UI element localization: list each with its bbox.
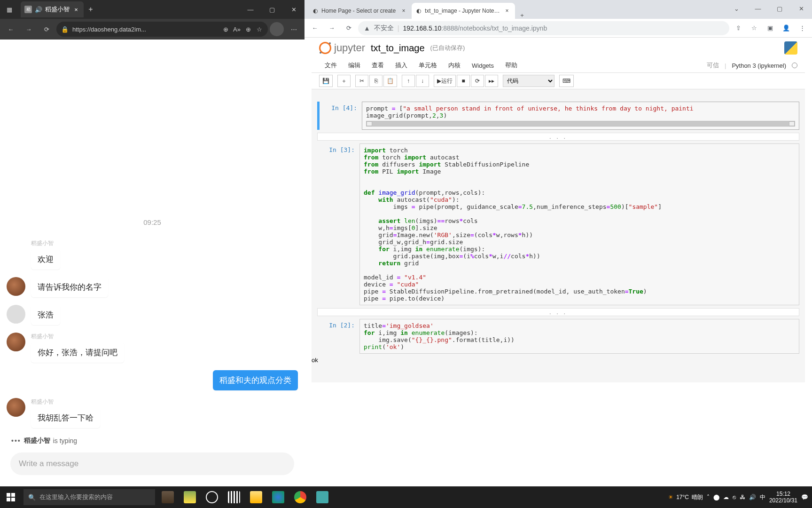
cell-type-select[interactable]: 代码 bbox=[503, 75, 554, 87]
profile-button[interactable]: 👤 bbox=[779, 21, 793, 35]
insecure-icon[interactable]: ▲ bbox=[364, 24, 370, 32]
task-view-icon[interactable] bbox=[223, 486, 245, 508]
close-tab-icon[interactable]: × bbox=[504, 8, 510, 14]
code-cell[interactable]: In [2]: title='img_goldsea' for i,img in… bbox=[317, 319, 799, 354]
menu-file[interactable]: 文件 bbox=[319, 59, 343, 71]
back-button[interactable]: ← bbox=[307, 21, 322, 36]
taskbar-app-icon[interactable] bbox=[312, 486, 333, 508]
menu-insert[interactable]: 插入 bbox=[390, 59, 413, 71]
close-tab-icon[interactable]: × bbox=[72, 6, 80, 13]
sound-icon[interactable]: 🔊 bbox=[35, 6, 42, 13]
address-bar[interactable]: ▲ 不安全 | 192.168.5.10:8888/notebooks/txt_… bbox=[358, 21, 729, 35]
taskbar-search[interactable]: 🔍 在这里输入你要搜索的内容 bbox=[23, 489, 155, 505]
file-explorer-icon[interactable] bbox=[245, 486, 267, 508]
close-window-button[interactable]: ✕ bbox=[790, 0, 812, 17]
jupyter-notebook[interactable]: jupyter txt_to_image (已自动保存) 文件 编辑 查看 插入… bbox=[304, 38, 812, 486]
copy-button[interactable]: ⎘ bbox=[369, 75, 383, 87]
maximize-button[interactable]: ▢ bbox=[261, 0, 283, 19]
tab-search-button[interactable]: ⌄ bbox=[726, 0, 747, 17]
menu-cell[interactable]: 单元格 bbox=[413, 59, 443, 71]
minimize-button[interactable]: — bbox=[747, 0, 769, 17]
jupyter-logo[interactable]: jupyter bbox=[319, 42, 365, 54]
menu-view[interactable]: 查看 bbox=[366, 59, 390, 71]
code-cell[interactable]: In [4]: prompt = ["a small person stand … bbox=[317, 102, 799, 130]
address-bar[interactable]: 🔒 https://daosheng.data2im... ⊕ A» ⊕ ☆ bbox=[56, 22, 268, 37]
horizontal-scrollbar[interactable] bbox=[366, 121, 795, 127]
clock[interactable]: 15:12 2022/10/31 bbox=[769, 491, 797, 504]
code-cell[interactable]: In [3]: import torch from torch import a… bbox=[317, 143, 799, 305]
restart-button[interactable]: ⟳ bbox=[471, 75, 484, 87]
edge-icon[interactable] bbox=[267, 486, 289, 508]
restart-run-all-button[interactable]: ▸▸ bbox=[485, 75, 498, 87]
bot-avatar bbox=[7, 398, 25, 417]
save-button[interactable]: 💾 bbox=[319, 75, 333, 87]
tray-chevron-icon[interactable]: ˄ bbox=[707, 494, 710, 500]
menu-edit[interactable]: 编辑 bbox=[343, 59, 366, 71]
back-button[interactable]: ← bbox=[3, 21, 19, 37]
start-button[interactable] bbox=[0, 486, 22, 508]
cortana-icon[interactable] bbox=[201, 486, 223, 508]
new-tab-button[interactable]: + bbox=[515, 12, 529, 19]
ime-indicator[interactable]: 中 bbox=[760, 493, 765, 501]
edge-tab-active[interactable]: 稻 🔊 稻盛小智 × bbox=[21, 1, 84, 17]
add-cell-button[interactable]: ＋ bbox=[337, 75, 351, 87]
menu-help[interactable]: 帮助 bbox=[500, 59, 523, 71]
command-palette-button[interactable]: ⌨ bbox=[559, 75, 574, 87]
favorite-icon[interactable]: ☆ bbox=[256, 26, 263, 33]
chrome-tab-active[interactable]: ◐ txt_to_image - Jupyter Notebo × bbox=[412, 3, 515, 19]
close-window-button[interactable]: ✕ bbox=[283, 0, 304, 19]
chat-input[interactable] bbox=[19, 459, 286, 468]
bookmark-button[interactable]: ☆ bbox=[747, 21, 761, 35]
more-menu-button[interactable]: ⋯ bbox=[286, 21, 302, 37]
sender-name: 稻盛小智 bbox=[31, 398, 100, 406]
message-row: 稻盛小智 你好，张浩，请提问吧 bbox=[7, 333, 298, 363]
close-tab-icon[interactable]: × bbox=[400, 8, 407, 14]
new-tab-button[interactable]: + bbox=[84, 5, 98, 14]
sender-name: 稻盛小智 bbox=[31, 333, 124, 341]
minimize-button[interactable]: — bbox=[240, 0, 261, 19]
run-button[interactable]: ▶ 运行 bbox=[434, 75, 456, 87]
more-menu-button[interactable]: ⋮ bbox=[795, 21, 809, 35]
extensions-button[interactable]: ▣ bbox=[763, 21, 777, 35]
menu-kernel[interactable]: 内核 bbox=[443, 59, 466, 71]
network-icon[interactable]: 🖧 bbox=[740, 494, 745, 500]
forward-button[interactable]: → bbox=[21, 21, 37, 37]
read-aloud-icon[interactable]: A» bbox=[233, 26, 241, 33]
trusted-label[interactable]: 可信 bbox=[707, 61, 719, 70]
chrome-icon[interactable] bbox=[289, 486, 311, 508]
site-info-icon[interactable]: 🔒 bbox=[61, 26, 69, 33]
move-down-button[interactable]: ↓ bbox=[416, 75, 429, 87]
collapsed-output[interactable]: . . . bbox=[317, 308, 799, 316]
reload-button[interactable]: ⟳ bbox=[341, 21, 356, 36]
cut-button[interactable]: ✂ bbox=[355, 75, 368, 87]
cell-input[interactable]: prompt = ["a small person stand in front… bbox=[362, 102, 799, 130]
share-button[interactable]: ⇧ bbox=[731, 21, 745, 35]
notifications-icon[interactable]: 💬 bbox=[801, 494, 808, 500]
taskbar-app-icon[interactable] bbox=[179, 486, 201, 508]
notebook-name[interactable]: txt_to_image bbox=[371, 43, 425, 54]
zoom-icon[interactable]: ⊕ bbox=[244, 26, 252, 33]
maximize-button[interactable]: ▢ bbox=[769, 0, 790, 17]
move-up-button[interactable]: ↑ bbox=[402, 75, 415, 87]
weather-widget[interactable]: ☀ 17°C 晴朗 bbox=[668, 493, 703, 501]
reload-button[interactable]: ⟳ bbox=[39, 21, 55, 37]
paste-button[interactable]: 📋 bbox=[383, 75, 397, 87]
chat-area: 09:25 稻盛小智 欢迎 请告诉我你的名字 张浩 bbox=[0, 40, 304, 486]
sun-icon: ☀ bbox=[668, 494, 673, 500]
profile-button[interactable] bbox=[270, 22, 284, 36]
volume-icon[interactable]: 🔊 bbox=[749, 494, 756, 500]
collapsed-output[interactable]: . . . bbox=[317, 133, 799, 141]
menu-widgets[interactable]: Widgets bbox=[466, 60, 500, 71]
stop-button[interactable]: ■ bbox=[457, 75, 470, 87]
kernel-name[interactable]: Python 3 (ipykernel) bbox=[732, 62, 786, 69]
cell-input[interactable]: title='img_goldsea' for i,img in enumera… bbox=[359, 319, 799, 354]
cell-input[interactable]: import torch from torch import autocast … bbox=[359, 143, 799, 305]
tray-icon[interactable]: ☁ bbox=[723, 494, 729, 500]
tray-icon[interactable]: ⎋ bbox=[733, 494, 736, 500]
chrome-tab[interactable]: ◐ Home Page - Select or create × bbox=[308, 3, 412, 19]
tabs-overview-icon[interactable]: ▦ bbox=[0, 0, 19, 19]
enter-site-icon[interactable]: ⊕ bbox=[222, 26, 229, 33]
taskbar-app-icon[interactable] bbox=[157, 486, 179, 508]
forward-button[interactable]: → bbox=[324, 21, 339, 36]
tray-icon[interactable]: ⬤ bbox=[713, 494, 719, 500]
